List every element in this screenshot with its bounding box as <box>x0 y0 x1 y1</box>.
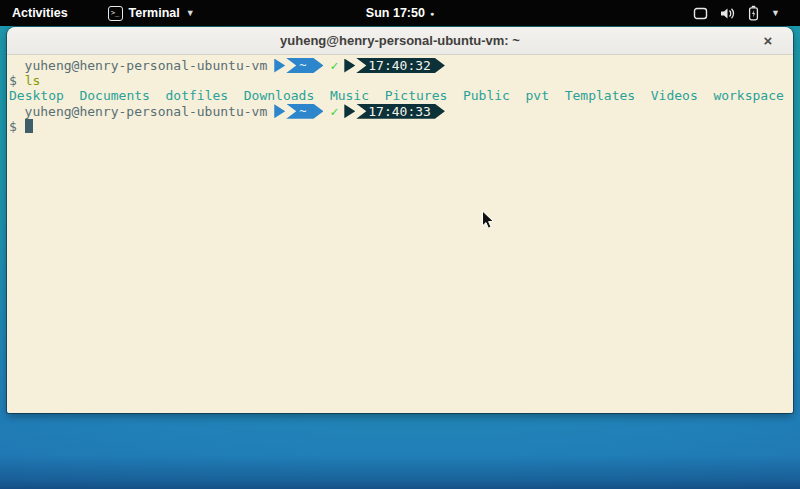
powerline-arrow-icon <box>274 59 285 73</box>
directory-name: Music <box>330 88 369 103</box>
prompt-success-check-icon: ✓ <box>330 58 338 73</box>
powerline-arrow-icon <box>344 59 355 73</box>
desktop: Activities >_ Terminal ▼ Sun 17:50 ● <box>0 0 800 489</box>
prompt-username: yuheng@henry-personal-ubuntu-vm <box>25 104 268 119</box>
app-menu-terminal[interactable]: >_ Terminal ▼ <box>108 0 195 26</box>
directory-name: Pictures <box>385 88 448 103</box>
app-menu-label: Terminal <box>129 6 180 20</box>
directory-name: Templates <box>565 88 635 103</box>
top-bar: Activities >_ Terminal ▼ Sun 17:50 ● <box>0 0 800 26</box>
text-cursor-block <box>25 119 33 133</box>
prompt-cwd-segment: ~ <box>286 104 323 119</box>
terminal-window: yuheng@henry-personal-ubuntu-vm: ~ × yuh… <box>7 27 793 413</box>
ls-output-line: Desktop Documents dotfiles Downloads Mus… <box>9 88 793 103</box>
prompt-symbol: $ <box>9 73 17 88</box>
directory-name: pvt <box>526 88 549 103</box>
command-line: $ ls <box>9 73 793 88</box>
directory-name: Public <box>463 88 510 103</box>
terminal-content[interactable]: yuheng@henry-personal-ubuntu-vm ~ ✓ 17:4… <box>7 55 793 413</box>
prompt-line: yuheng@henry-personal-ubuntu-vm ~ ✓ 17:4… <box>9 104 793 119</box>
directory-name: workspace <box>713 88 783 103</box>
activities-button[interactable]: Activities <box>0 0 80 26</box>
close-button[interactable]: × <box>757 27 779 54</box>
terminal-app-icon: >_ <box>108 6 123 21</box>
directory-name: Documents <box>79 88 149 103</box>
directory-name: Downloads <box>244 88 314 103</box>
system-status-area[interactable]: ▼ <box>693 0 780 26</box>
prompt-time-segment: 17:40:32 <box>356 58 445 73</box>
notification-dot-icon: ● <box>430 10 434 17</box>
battery-charging-icon <box>748 5 759 21</box>
prompt-username: yuheng@henry-personal-ubuntu-vm <box>25 58 268 73</box>
directory-name: Desktop <box>9 88 64 103</box>
clock-label: Sun 17:50 <box>366 6 425 20</box>
prompt-time-segment: 17:40:33 <box>356 104 445 119</box>
window-titlebar[interactable]: yuheng@henry-personal-ubuntu-vm: ~ × <box>7 27 793 55</box>
directory-name: Videos <box>651 88 698 103</box>
prompt-cwd-segment: ~ <box>286 58 323 73</box>
powerline-arrow-icon <box>344 104 355 118</box>
chevron-down-icon: ▼ <box>186 9 195 18</box>
directory-list: Desktop Documents dotfiles Downloads Mus… <box>9 88 784 103</box>
input-line: $ <box>9 119 793 134</box>
system-menu-chevron-icon: ▼ <box>771 9 780 18</box>
typed-command: ls <box>25 73 41 88</box>
prompt-symbol: $ <box>9 119 17 134</box>
volume-icon <box>720 7 736 20</box>
directory-name: dotfiles <box>166 88 229 103</box>
display-icon <box>693 7 708 20</box>
prompt-line: yuheng@henry-personal-ubuntu-vm ~ ✓ 17:4… <box>9 58 793 73</box>
prompt-success-check-icon: ✓ <box>330 104 338 119</box>
window-title: yuheng@henry-personal-ubuntu-vm: ~ <box>280 33 520 48</box>
powerline-arrow-icon <box>274 104 285 118</box>
